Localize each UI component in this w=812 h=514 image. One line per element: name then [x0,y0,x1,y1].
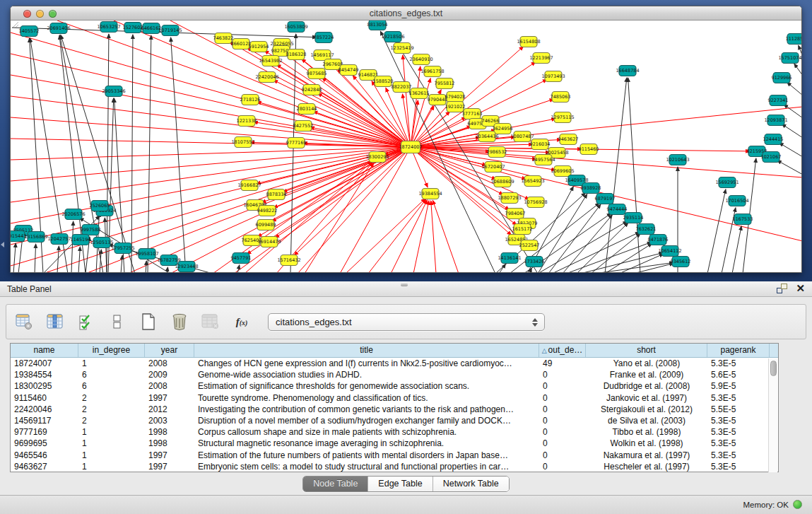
scrollbar-thumb[interactable] [770,361,777,376]
graph-node[interactable]: 8938928 [581,183,601,194]
graph-node[interactable]: 9474444 [607,204,628,215]
graph-edge[interactable] [779,143,801,157]
graph-node[interactable]: 2522547 [519,240,540,251]
graph-node[interactable]: 1167533 [733,214,753,225]
column-header-short[interactable]: short [586,344,707,357]
graph-edge[interactable] [732,226,741,272]
graph-node[interactable]: 18107552 [231,137,254,148]
graph-node[interactable]: 8813054 [367,21,388,30]
graph-edge[interactable] [782,124,801,138]
graph-node[interactable]: 17016504 [725,196,748,206]
graph-node[interactable]: 12213967 [529,53,553,64]
graph-node[interactable]: 9498222 [257,206,278,216]
graph-node[interactable]: 16648784 [616,66,639,76]
graph-node[interactable]: 19384554 [418,189,442,199]
graph-node[interactable]: 2526065 [90,201,110,211]
graph-node[interactable]: 8427552 [293,121,314,132]
graph-node[interactable]: 10756928 [524,197,547,208]
graph-edge[interactable] [391,200,428,272]
graph-node[interactable]: 9777169 [286,138,307,148]
graph-edge[interactable] [121,255,122,272]
graph-node[interactable]: 10973493 [541,71,565,82]
graph-node[interactable]: 8878334 [266,189,287,200]
graph-edge[interactable] [563,215,613,272]
graph-edge[interactable] [11,147,411,160]
network-canvas[interactable]: 1872400774638228660128591295423226055982… [11,21,801,272]
graph-edge[interactable] [552,232,640,272]
network-graph[interactable]: 1872400774638228660128591295423226055982… [11,21,801,272]
graph-node[interactable]: 10688609 [490,177,514,187]
graph-node[interactable]: 13156869 [24,232,47,243]
table-panel-header[interactable]: Table Panel ✕ [0,281,812,297]
table-row[interactable]: 946554611997Estimation of the future num… [11,450,778,461]
row-height-icon[interactable] [107,310,128,333]
graph-node[interactable]: 17957255 [111,243,134,254]
graph-node[interactable]: 9875685 [307,69,327,79]
graph-node[interactable]: 9115460 [579,144,599,155]
graph-node[interactable]: 8186328 [286,49,307,60]
graph-edge[interactable] [283,147,411,192]
graph-node[interactable]: 15654923 [521,176,544,187]
tab-network-table[interactable]: Network Table [433,477,509,491]
table-row[interactable]: 946362711997Embryonic stem cells: a mode… [11,461,778,472]
graph-node[interactable]: 20364436 [475,132,498,142]
graph-edge[interactable] [411,66,420,147]
select-rows-icon[interactable] [76,310,97,333]
table-row[interactable]: 2242004622012Investigating the contribut… [11,404,778,415]
graph-node[interactable]: 6794028 [445,92,466,103]
graph-node[interactable]: 9463627 [558,134,579,145]
close-panel-icon[interactable]: ✕ [796,284,805,293]
graph-node[interactable]: 14136141 [498,253,521,264]
graph-node[interactable]: 15716432 [277,255,300,266]
column-header-in_degree[interactable]: in_degree [78,344,145,357]
graph-edge[interactable] [11,147,411,202]
graph-edge[interactable] [11,147,411,266]
graph-node[interactable]: 2986532 [487,147,507,158]
graph-node[interactable]: 14957564 [531,155,555,165]
graph-node[interactable]: 1921022 [445,102,466,112]
graph-node[interactable]: 8471876 [648,235,669,245]
graph-node[interactable]: 6099489 [256,220,276,230]
graph-node[interactable]: 7984067 [505,209,526,219]
graph-edge[interactable] [245,162,372,272]
column-header-title[interactable]: title [194,344,539,357]
graph-node[interactable]: 1588520 [373,76,394,87]
graph-edge[interactable] [707,189,726,272]
select-columns-icon[interactable] [45,310,66,333]
graph-node[interactable]: 12042757 [47,234,71,245]
graph-node[interactable]: 16720407 [481,162,505,173]
graph-edge[interactable] [11,147,411,245]
float-panel-icon[interactable] [777,284,787,293]
graph-edge[interactable] [13,243,16,272]
table-selector-dropdown[interactable]: citations_edges.txt [268,313,545,331]
trash-icon[interactable] [169,310,190,333]
graph-edge[interactable] [413,201,429,272]
table-row[interactable]: 1872400712008Changes of HCN gene express… [11,358,778,369]
graph-node[interactable]: 10654112 [658,246,681,257]
graph-node[interactable]: 1145194 [71,235,91,245]
table-row[interactable]: 1456911722003Disruption of a novel membe… [11,415,778,426]
graph-node[interactable]: 20206576 [61,209,85,220]
graph-node[interactable]: 1615172 [512,224,533,235]
graph-edge[interactable] [346,199,425,272]
graph-edge[interactable] [628,78,640,272]
graph-node[interactable]: 10653257 [97,22,120,33]
graph-node[interactable]: 1405572 [19,26,40,37]
table-settings-icon[interactable] [13,310,35,333]
table-row[interactable]: 1830029562008Estimation of significance … [11,380,778,392]
table-row[interactable]: 969969511998Structural magnetic resonanc… [11,438,778,449]
graph-node[interactable]: 3777163 [462,109,483,119]
graph-node[interactable]: 18300295 [365,152,389,163]
graph-edge[interactable] [784,105,801,118]
graph-node[interactable]: 18807293 [498,193,521,204]
graph-node[interactable]: 9997588 [81,225,101,235]
graph-node[interactable]: 22420046 [255,72,278,83]
graph-node[interactable]: 1021067 [761,152,782,163]
graph-node[interactable]: 2935114 [623,213,644,223]
graph-edge[interactable] [433,200,459,272]
graph-node[interactable]: 20691406 [47,23,70,34]
graph-node[interactable]: 10210643 [666,155,689,165]
column-header-out_degree[interactable]: △out_de… [539,344,586,357]
table-row[interactable]: 911546021997Tourette syndrome. Phenomeno… [11,392,778,404]
graph-edge[interactable] [71,221,73,272]
